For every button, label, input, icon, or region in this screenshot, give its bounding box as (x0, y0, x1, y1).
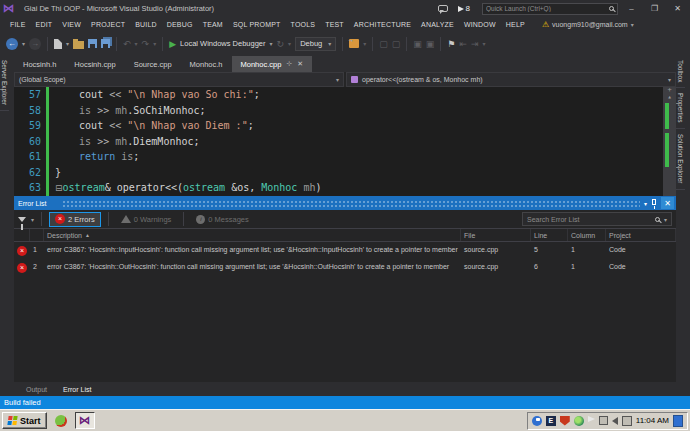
tray-volume-icon[interactable] (612, 417, 618, 425)
filter-icon[interactable] (18, 217, 26, 222)
refresh-button[interactable]: ↻ (277, 38, 285, 50)
tray-download-manager-icon[interactable] (574, 416, 584, 426)
document-tab-monhoc.cpp[interactable]: Monhoc.cpp⊹✕ (232, 56, 313, 72)
new-file-dropdown[interactable]: ▾ (66, 40, 69, 47)
tray-network-icon[interactable] (622, 416, 632, 426)
document-tab-monhoc.h[interactable]: Monhoc.h (181, 56, 232, 72)
menu-item-tools[interactable]: TOOLS (286, 19, 321, 30)
pin-icon[interactable]: ⊹ (286, 60, 292, 68)
previous-bookmark-button[interactable]: ⇤ (459, 38, 467, 50)
bookmark-button[interactable]: ⚑ (447, 38, 455, 50)
member-select[interactable]: operator<<(ostream & os, Monhoc mh) ▾ (346, 72, 676, 87)
quick-launch-input[interactable]: Quick Launch (Ctrl+Q) (482, 3, 618, 15)
attach-to-process-button[interactable] (349, 39, 359, 48)
tray-flag-icon[interactable] (588, 416, 595, 422)
next-bookmark-button[interactable]: ⇥ (471, 38, 479, 50)
close-button[interactable]: ✕ (668, 2, 687, 15)
menu-item-help[interactable]: HELP (501, 19, 530, 30)
code-line[interactable]: 61 return is; (14, 149, 676, 165)
column-header-file[interactable]: File (461, 229, 531, 241)
tray-security-shield-icon[interactable] (560, 416, 570, 426)
warnings-filter-button[interactable]: 0 Warnings (116, 212, 177, 227)
refresh-dropdown[interactable]: ▾ (288, 40, 291, 47)
menu-item-analyze[interactable]: ANALYZE (416, 19, 459, 30)
editor-vertical-scrollbar[interactable]: +▴ (663, 87, 676, 196)
save-button[interactable] (88, 39, 97, 48)
error-list-close-button[interactable]: ✕ (661, 197, 674, 209)
scrollbar-up-arrow[interactable]: +▴ (663, 87, 676, 101)
minimize-button[interactable]: – (622, 2, 641, 15)
save-all-button[interactable] (101, 39, 110, 48)
document-tab-hocsinh.cpp[interactable]: Hocsinh.cpp (65, 56, 124, 72)
code-editor[interactable]: +▴ 57 cout << "\n Nhap vao So chi:";58 i… (14, 87, 676, 196)
code-line[interactable]: 57 cout << "\n Nhap vao So chi:"; (14, 87, 676, 103)
column-header-project[interactable]: Project (606, 229, 676, 241)
open-file-button[interactable] (73, 41, 84, 49)
code-line[interactable]: 59 cout << "\n Nhap vao Diem :"; (14, 118, 676, 134)
document-tab-source.cpp[interactable]: Source.cpp (125, 56, 181, 72)
start-debugging-icon[interactable]: ▶ (169, 39, 176, 49)
error-row[interactable]: ×2error C3867: 'Hocsinh::OutHocsinh': fu… (14, 259, 676, 276)
close-icon[interactable]: ✕ (297, 60, 303, 68)
messages-filter-button[interactable]: i 0 Messages (191, 212, 253, 227)
navigate-forward-button[interactable]: → (29, 38, 41, 50)
menu-item-sql-prompt[interactable]: SQL PROMPT (228, 19, 286, 30)
error-list-search-input[interactable]: Search Error List ▾ (522, 212, 672, 226)
menu-item-architecture[interactable]: ARCHITECTURE (349, 19, 416, 30)
step-over-button[interactable]: ▢ (379, 38, 388, 50)
account-button[interactable]: ⚠ vuongm910@gmail.com ▾ (542, 20, 634, 29)
tray-e-app-icon[interactable]: E (546, 416, 556, 426)
menu-item-view[interactable]: VIEW (57, 19, 86, 30)
stop-debugging-button[interactable]: ▣ (426, 38, 435, 50)
menu-item-window[interactable]: WINDOW (459, 19, 501, 30)
column-header-description[interactable]: Description▲ (44, 229, 461, 241)
undo-button[interactable]: ↶ (123, 38, 131, 50)
panel-tab-error-list[interactable]: Error List (57, 384, 97, 395)
sidebar-tab-server-explorer[interactable]: Server Explorer (0, 55, 9, 111)
visual-studio-task-button[interactable]: ⋈ (75, 412, 95, 429)
code-line[interactable]: 63⊟ostream& operator<<(ostream &os, Monh… (14, 180, 676, 196)
toolbar-overflow-button[interactable]: ▾ (363, 40, 366, 47)
redo-button[interactable]: ↷ (142, 38, 150, 50)
document-tab-hocsinh.h[interactable]: Hocsinh.h (14, 56, 65, 72)
restore-button[interactable]: ❐ (645, 2, 664, 15)
error-row[interactable]: ×1error C3867: 'Hocsinh::InputHocsinh': … (14, 242, 676, 259)
error-list-title-bar[interactable]: Error List ▾ ✕ (14, 196, 676, 210)
menu-item-project[interactable]: PROJECT (86, 19, 130, 30)
sidebar-tab-toolbox[interactable]: Toolbox (676, 55, 685, 88)
step-into-button[interactable]: ▢ (392, 38, 401, 50)
menu-item-team[interactable]: TEAM (198, 19, 228, 30)
notifications-button[interactable]: 8 (458, 4, 470, 13)
errors-filter-button[interactable]: × 2 Errors (49, 212, 101, 227)
window-position-dropdown[interactable]: ▾ (644, 200, 647, 207)
start-button[interactable]: Start (2, 412, 47, 429)
tray-blue-app-icon[interactable] (532, 416, 542, 426)
undo-dropdown[interactable]: ▾ (135, 40, 138, 47)
debugger-dropdown[interactable]: ▾ (270, 40, 273, 47)
tray-battery-icon[interactable] (599, 416, 608, 425)
filter-dropdown[interactable]: ▾ (31, 216, 34, 223)
menu-item-build[interactable]: BUILD (130, 19, 162, 30)
debugger-label[interactable]: Local Windows Debugger (180, 39, 265, 48)
break-all-button[interactable]: ▣ (413, 38, 422, 50)
panel-tab-output[interactable]: Output (20, 384, 53, 395)
feedback-icon[interactable] (438, 5, 448, 12)
menu-item-debug[interactable]: DEBUG (162, 19, 198, 30)
code-line[interactable]: 60 is >> mh.DiemMonhoc; (14, 134, 676, 150)
menu-item-file[interactable]: FILE (5, 19, 31, 30)
language-indicator[interactable] (673, 415, 683, 427)
navigate-back-dropdown[interactable]: ▾ (22, 40, 25, 47)
search-dropdown[interactable]: ▾ (664, 216, 667, 223)
scope-select[interactable]: (Global Scope) ▾ (14, 72, 344, 87)
bookmark-overflow-button[interactable]: ▾ (483, 40, 486, 47)
navigate-back-button[interactable]: ← (6, 38, 18, 50)
menu-item-edit[interactable]: EDIT (31, 19, 58, 30)
column-header-column[interactable]: Column (568, 229, 606, 241)
sidebar-tab-solution-explorer[interactable]: Solution Explorer (676, 129, 685, 190)
code-line[interactable]: 62} (14, 165, 676, 181)
sidebar-tab-properties[interactable]: Properties (676, 88, 685, 129)
redo-dropdown[interactable]: ▾ (153, 40, 156, 47)
tray-clock[interactable]: 11:04 AM (636, 416, 669, 425)
menu-item-test[interactable]: TEST (320, 19, 349, 30)
solution-configuration-select[interactable]: Debug ▾ (295, 37, 336, 51)
